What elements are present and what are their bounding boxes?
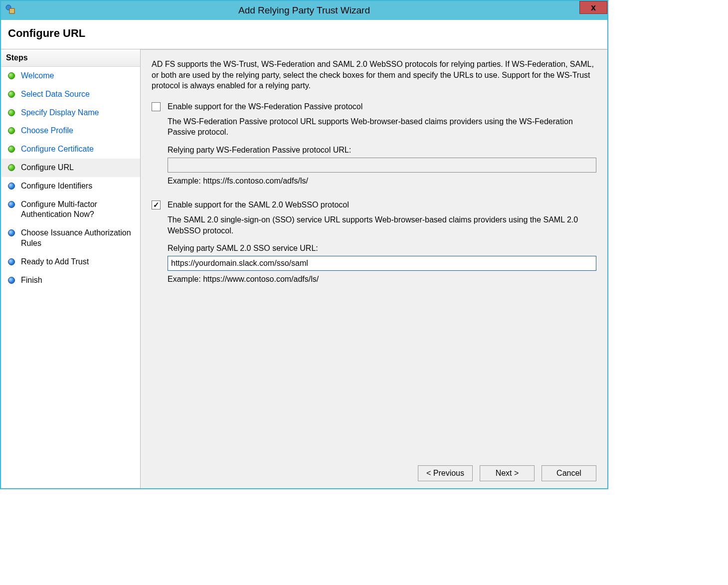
step-bullet-icon: [8, 72, 15, 79]
saml-description: The SAML 2.0 single-sign-on (SSO) servic…: [168, 214, 596, 236]
titlebar: Add Relying Party Trust Wizard x: [1, 1, 607, 20]
steps-heading: Steps: [1, 49, 140, 67]
page-title: Configure URL: [8, 27, 600, 40]
step-9[interactable]: Ready to Add Trust: [1, 253, 140, 271]
step-10[interactable]: Finish: [1, 271, 140, 290]
step-bullet-icon: [8, 164, 15, 171]
intro-text: AD FS supports the WS-Trust, WS-Federati…: [152, 59, 596, 91]
wsfed-checkbox[interactable]: [152, 102, 161, 111]
close-icon: x: [591, 2, 596, 13]
step-2[interactable]: Specify Display Name: [1, 104, 140, 122]
saml-check-row: Enable support for the SAML 2.0 WebSSO p…: [152, 200, 596, 209]
step-label: Ready to Add Trust: [21, 257, 89, 267]
step-bullet-icon: [8, 127, 15, 134]
step-0[interactable]: Welcome: [1, 67, 140, 85]
step-bullet-icon: [8, 91, 15, 98]
close-button[interactable]: x: [579, 1, 607, 14]
step-label: Select Data Source: [21, 89, 90, 100]
main-panel: AD FS supports the WS-Trust, WS-Federati…: [141, 49, 607, 488]
step-label: Configure URL: [21, 163, 74, 173]
step-label: Configure Multi-factor Authentication No…: [21, 199, 134, 220]
saml-example: Example: https://www.contoso.com/adfs/ls…: [168, 275, 596, 284]
next-button[interactable]: Next >: [480, 465, 535, 481]
wsfed-check-row: Enable support for the WS-Federation Pas…: [152, 102, 596, 111]
saml-checkbox-label[interactable]: Enable support for the SAML 2.0 WebSSO p…: [168, 200, 349, 209]
saml-url-input[interactable]: [168, 256, 596, 271]
step-7[interactable]: Configure Multi-factor Authentication No…: [1, 195, 140, 224]
step-bullet-icon: [8, 109, 15, 116]
step-bullet-icon: [8, 146, 15, 153]
step-bullet-icon: [8, 277, 15, 284]
step-1[interactable]: Select Data Source: [1, 85, 140, 104]
svg-rect-4: [10, 11, 11, 12]
app-icon: [5, 4, 16, 17]
step-label: Configure Certificate: [21, 144, 94, 155]
step-bullet-icon: [8, 258, 15, 265]
steps-list: WelcomeSelect Data SourceSpecify Display…: [1, 67, 140, 289]
wsfed-checkbox-label[interactable]: Enable support for the WS-Federation Pas…: [168, 102, 363, 111]
svg-rect-2: [10, 9, 11, 10]
wsfed-section: Enable support for the WS-Federation Pas…: [152, 102, 596, 186]
wizard-window: Add Relying Party Trust Wizard x Configu…: [0, 0, 608, 489]
step-bullet-icon: [8, 229, 15, 236]
saml-checkbox[interactable]: [152, 200, 161, 209]
step-label: Configure Identifiers: [21, 181, 92, 192]
step-4[interactable]: Configure Certificate: [1, 140, 140, 159]
wsfed-url-label: Relying party WS-Federation Passive prot…: [168, 146, 596, 155]
saml-url-label: Relying party SAML 2.0 SSO service URL:: [168, 244, 596, 253]
step-bullet-icon: [8, 201, 15, 208]
step-label: Specify Display Name: [21, 108, 99, 118]
step-5[interactable]: Configure URL: [1, 159, 140, 177]
wsfed-example: Example: https://fs.contoso.com/adfs/ls/: [168, 177, 596, 186]
step-3[interactable]: Choose Profile: [1, 122, 140, 140]
step-label: Finish: [21, 275, 42, 286]
wizard-buttons: < Previous Next > Cancel: [152, 458, 596, 481]
cancel-button[interactable]: Cancel: [542, 465, 596, 481]
steps-sidebar: Steps WelcomeSelect Data SourceSpecify D…: [1, 49, 141, 488]
svg-rect-5: [12, 11, 13, 12]
step-8[interactable]: Choose Issuance Authorization Rules: [1, 224, 140, 253]
wizard-body: Steps WelcomeSelect Data SourceSpecify D…: [1, 49, 607, 488]
svg-rect-1: [9, 8, 14, 13]
step-label: Welcome: [21, 71, 54, 81]
saml-section: Enable support for the SAML 2.0 WebSSO p…: [152, 200, 596, 284]
step-label: Choose Profile: [21, 126, 73, 136]
previous-button[interactable]: < Previous: [418, 465, 473, 481]
step-label: Choose Issuance Authorization Rules: [21, 228, 134, 249]
wsfed-url-input[interactable]: [168, 158, 596, 173]
window-title: Add Relying Party Trust Wizard: [238, 5, 370, 16]
svg-rect-3: [12, 9, 13, 10]
page-header: Configure URL: [1, 20, 607, 49]
wsfed-description: The WS-Federation Passive protocol URL s…: [168, 116, 596, 138]
step-bullet-icon: [8, 183, 15, 190]
step-6[interactable]: Configure Identifiers: [1, 177, 140, 195]
